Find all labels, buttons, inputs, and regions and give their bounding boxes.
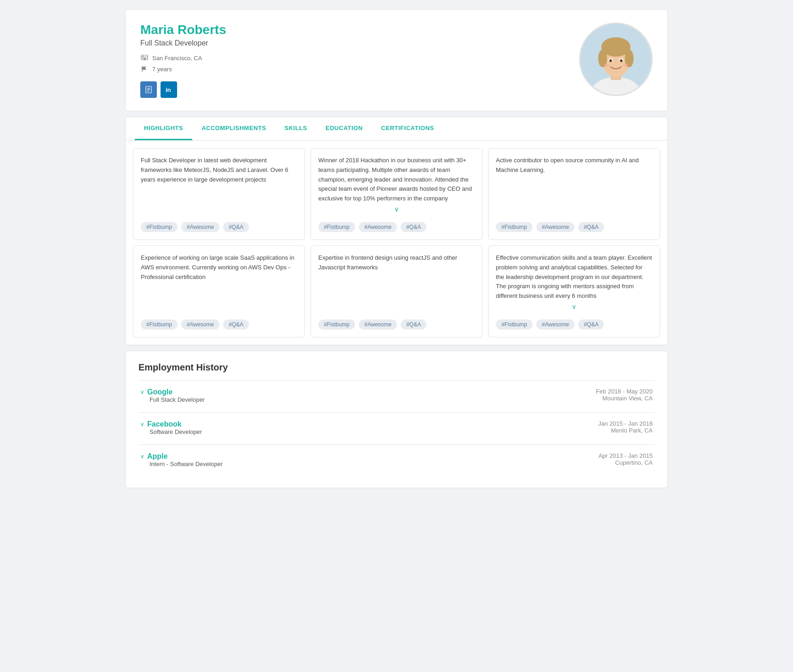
company-name-1[interactable]: Facebook — [147, 420, 182, 428]
location-icon — [140, 54, 149, 62]
employment-right-2: Apr 2013 - Jan 2015Cupertino, CA — [598, 452, 653, 466]
expand-button-6[interactable]: ∨ — [496, 301, 652, 312]
tab-highlights[interactable]: HIGHLIGHTS — [135, 117, 192, 140]
employment-item-1: ∨FacebookSoftware DeveloperJan 2015 - Ja… — [138, 412, 655, 444]
highlight-text-3: Active contributor to open source commun… — [496, 156, 652, 215]
tab-skills[interactable]: SKILLS — [276, 117, 316, 140]
employment-header-2: ∨AppleIntern - Software DeveloperApr 201… — [140, 452, 653, 467]
highlight-card-1: Full Stack Developer in latest web devel… — [133, 148, 305, 240]
experience-item: 7 years — [140, 65, 579, 73]
employment-location-2: Cupertino, CA — [598, 459, 653, 466]
highlight-text-4: Experience of working on large scale Saa… — [141, 253, 297, 312]
tabs-nav: HIGHLIGHTS ACCOMPLISHMENTS SKILLS EDUCAT… — [126, 117, 667, 141]
tag-fistbump-1[interactable]: #Fistbump — [141, 222, 178, 232]
avatar — [579, 23, 653, 96]
tag-fistbump-5[interactable]: #Fistbump — [318, 319, 355, 330]
employment-role-1: Software Developer — [149, 428, 202, 435]
tag-awesome-1[interactable]: #Awesome — [181, 222, 219, 232]
tag-awesome-3[interactable]: #Awesome — [536, 222, 575, 232]
tab-accomplishments[interactable]: ACCOMPLISHMENTS — [192, 117, 275, 140]
tab-certifications[interactable]: CERTIFICATIONS — [372, 117, 443, 140]
svg-point-22 — [603, 63, 609, 67]
employment-item-2: ∨AppleIntern - Software DeveloperApr 201… — [138, 444, 655, 477]
tag-row-1: #Fistbump#Awesome#Q&A — [141, 222, 249, 232]
tabs-content: Full Stack Developer in latest web devel… — [126, 141, 667, 345]
tag-row-5: #Fistbump#Awesome#Q&A — [318, 319, 426, 330]
tag-q&a-6[interactable]: #Q&A — [578, 319, 604, 330]
employment-title: Employment History — [138, 362, 655, 373]
profile-title: Full Stack Developer — [140, 39, 579, 47]
tag-fistbump-3[interactable]: #Fistbump — [496, 222, 533, 232]
employment-left-1: ∨FacebookSoftware Developer — [140, 420, 202, 435]
tag-awesome-5[interactable]: #Awesome — [359, 319, 397, 330]
expand-button-2[interactable]: ∨ — [318, 204, 475, 215]
location-item: San Francisco, CA — [140, 54, 579, 62]
profile-name: Maria Roberts — [140, 23, 579, 37]
tag-q&a-3[interactable]: #Q&A — [578, 222, 604, 232]
svg-point-23 — [623, 63, 628, 67]
employment-location-0: Mountain View, CA — [596, 395, 653, 402]
flag-icon — [140, 65, 149, 73]
highlight-card-2: Winner of 2018 Hackathon in our business… — [310, 148, 483, 240]
employment-header-0: ∨GoogleFull Stack DeveloperFeb 2018 - Ma… — [140, 388, 653, 403]
employment-dates-0: Feb 2018 - May 2020 — [596, 388, 653, 395]
company-name-2[interactable]: Apple — [147, 452, 167, 461]
profile-meta: San Francisco, CA 7 years — [140, 54, 579, 73]
company-name-row-2: ∨Apple — [140, 452, 223, 461]
employment-list: ∨GoogleFull Stack DeveloperFeb 2018 - Ma… — [138, 380, 655, 477]
profile-actions: in — [140, 81, 579, 98]
employment-dates-2: Apr 2013 - Jan 2015 — [598, 452, 653, 459]
employment-right-0: Feb 2018 - May 2020Mountain View, CA — [596, 388, 653, 402]
tabs-card: HIGHLIGHTS ACCOMPLISHMENTS SKILLS EDUCAT… — [125, 117, 668, 345]
tag-q&a-2[interactable]: #Q&A — [401, 222, 426, 232]
tag-awesome-4[interactable]: #Awesome — [181, 319, 219, 330]
profile-info: Maria Roberts Full Stack Developer San F… — [140, 23, 579, 98]
svg-rect-3 — [144, 58, 146, 60]
svg-point-21 — [620, 59, 623, 62]
tag-q&a-5[interactable]: #Q&A — [401, 319, 426, 330]
highlight-footer-5: #Fistbump#Awesome#Q&A — [318, 319, 475, 330]
profile-card: Maria Roberts Full Stack Developer San F… — [125, 9, 668, 111]
highlight-footer-6: #Fistbump#Awesome#Q&A — [496, 319, 652, 330]
tag-fistbump-2[interactable]: #Fistbump — [318, 222, 355, 232]
highlight-card-4: Experience of working on large scale Saa… — [133, 245, 305, 337]
highlight-text-2: Winner of 2018 Hackathon in our business… — [318, 156, 475, 204]
highlight-card-3: Active contributor to open source commun… — [488, 148, 660, 240]
highlight-text-1: Full Stack Developer in latest web devel… — [141, 156, 297, 215]
highlight-text-6: Effective communication skills and a tea… — [496, 253, 652, 301]
employment-left-2: ∨AppleIntern - Software Developer — [140, 452, 223, 467]
employment-role-2: Intern - Software Developer — [149, 461, 223, 467]
resume-button[interactable] — [140, 81, 157, 98]
company-name-row-0: ∨Google — [140, 388, 205, 396]
svg-point-20 — [609, 59, 612, 62]
linkedin-button[interactable]: in — [161, 81, 177, 98]
highlight-text-5: Expertise in frontend design using react… — [318, 253, 475, 312]
highlight-card-5: Expertise in frontend design using react… — [310, 245, 483, 337]
tag-awesome-6[interactable]: #Awesome — [536, 319, 575, 330]
experience-text: 7 years — [152, 66, 172, 73]
tag-awesome-2[interactable]: #Awesome — [359, 222, 397, 232]
location-text: San Francisco, CA — [152, 55, 202, 62]
company-name-row-1: ∨Facebook — [140, 420, 202, 428]
employment-left-0: ∨GoogleFull Stack Developer — [140, 388, 205, 403]
highlight-footer-3: #Fistbump#Awesome#Q&A — [496, 222, 652, 232]
employment-dates-1: Jan 2015 - Jan 2018 — [598, 420, 653, 427]
company-name-0[interactable]: Google — [147, 388, 172, 396]
highlight-card-6: Effective communication skills and a tea… — [488, 245, 660, 337]
tag-row-6: #Fistbump#Awesome#Q&A — [496, 319, 604, 330]
svg-text:in: in — [166, 86, 171, 93]
tag-fistbump-6[interactable]: #Fistbump — [496, 319, 533, 330]
highlight-footer-4: #Fistbump#Awesome#Q&A — [141, 319, 297, 330]
tag-q&a-4[interactable]: #Q&A — [223, 319, 249, 330]
highlights-grid: Full Stack Developer in latest web devel… — [133, 148, 660, 337]
chevron-icon-1[interactable]: ∨ — [140, 421, 144, 427]
highlight-footer-2: #Fistbump#Awesome#Q&A — [318, 222, 475, 232]
tag-fistbump-4[interactable]: #Fistbump — [141, 319, 178, 330]
employment-location-1: Menlo Park, CA — [598, 427, 653, 434]
chevron-icon-2[interactable]: ∨ — [140, 453, 144, 460]
tab-education[interactable]: EDUCATION — [316, 117, 372, 140]
tag-row-3: #Fistbump#Awesome#Q&A — [496, 222, 604, 232]
chevron-icon-0[interactable]: ∨ — [140, 389, 144, 395]
highlight-footer-1: #Fistbump#Awesome#Q&A — [141, 222, 297, 232]
tag-q&a-1[interactable]: #Q&A — [223, 222, 249, 232]
